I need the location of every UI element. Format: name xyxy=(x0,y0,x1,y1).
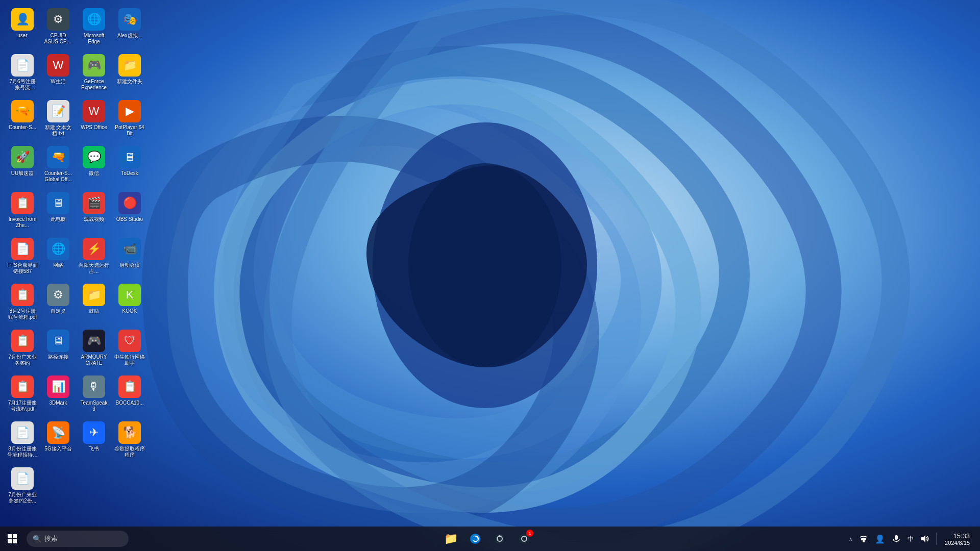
icon-image-doc2: 📝 xyxy=(47,100,69,122)
desktop-icon-doc2[interactable]: 📝新建 文本文档.txt xyxy=(41,97,76,142)
icon-image-pdf17: 📋 xyxy=(11,375,34,398)
icon-image-watchdog: 🐕 xyxy=(118,421,141,444)
tray-people[interactable]: 👤 xyxy=(873,532,887,546)
tray-volume[interactable] xyxy=(918,532,932,546)
icon-image-csgogo: 🔫 xyxy=(47,146,69,168)
desktop-icon-5g[interactable]: 📡5G接入平台 xyxy=(41,418,76,463)
desktop-icon-watchdog[interactable]: 🐕谷歌提取程序程序 xyxy=(112,418,147,463)
icon-label-obs: 观战视频 xyxy=(84,216,104,222)
icon-label-bgm: 启动会议 xyxy=(119,262,140,268)
icon-label-teamspeak: TeamSpeak 3 xyxy=(79,400,109,412)
icon-image-cpuid: ⚙ xyxy=(47,8,69,31)
taskbar-search[interactable]: 🔍 搜索 xyxy=(27,531,129,547)
svg-rect-14 xyxy=(861,538,866,540)
tray-network[interactable] xyxy=(856,532,871,546)
desktop-icon-pdf7[interactable]: 📋7月份广来业务签约 xyxy=(5,327,40,371)
desktop-icon-potplayer[interactable]: ▶PotPlayer 64 Bit xyxy=(112,97,147,142)
desktop-icon-admanage[interactable]: ⚡向阳天选运行占... xyxy=(77,235,111,280)
icon-image-3dmark: 📊 xyxy=(47,375,69,398)
desktop-icon-obs[interactable]: 🎬观战视频 xyxy=(77,189,111,234)
desktop-icon-user[interactable]: 👤user xyxy=(5,5,40,50)
tray-mic[interactable] xyxy=(889,532,903,546)
desktop-icon-settings[interactable]: ⚙自定义 xyxy=(41,281,76,325)
network-icon xyxy=(860,535,868,543)
volume-icon xyxy=(921,535,929,543)
icon-image-geforce: 🎮 xyxy=(83,54,105,77)
icon-label-pdf7: 7月份广来业务签约 xyxy=(7,354,38,366)
desktop-icon-folder2[interactable]: 📁鼓励 xyxy=(77,281,111,325)
tray-chevron[interactable]: ∧ xyxy=(846,527,854,551)
desktop-icon-doc1[interactable]: 📄7月6号注册账号流程.docx... xyxy=(5,51,40,96)
desktop-icon-feishu[interactable]: ✈飞书 xyxy=(77,418,111,463)
desktop-icon-csgogo[interactable]: 🔫Counter-S... Global Off... xyxy=(41,143,76,188)
icon-image-todeskico: 🖥 xyxy=(118,146,141,168)
mic-icon xyxy=(892,535,900,543)
icon-image-obsstudio: 🔴 xyxy=(118,192,141,214)
icon-label-folder2: 鼓励 xyxy=(89,308,99,314)
desktop-icon-netspy[interactable]: 🛡中生铁行网络助手 xyxy=(112,327,147,371)
svg-point-10 xyxy=(499,535,501,537)
taskbar-tray: ∧ 👤 中 15:3 xyxy=(846,527,980,551)
taskbar-pin-fileexplorer[interactable]: 📁 xyxy=(439,528,462,550)
desktop-icon-pdfaug2[interactable]: 📄7月份广来业务签约2份... xyxy=(5,464,40,509)
desktop-icon-pdf17[interactable]: 📋7月17注册账号流程.pdf xyxy=(5,372,40,417)
desktop-icon-wechat[interactable]: 💬微信 xyxy=(77,143,111,188)
desktop-icons-container: 👤user⚙CPUID ASUS CPU-Z🌐Microsoft Edge🎭Al… xyxy=(0,0,148,398)
desktop-icon-wps[interactable]: WW生活 xyxy=(41,51,76,96)
desktop-icon-devtools[interactable]: 🖥路径连接 xyxy=(41,327,76,371)
desktop-icon-aug8[interactable]: 📄8月份注册账号流程招待推广... xyxy=(5,418,40,463)
icon-label-pdfadobe: Invoice from Zhe... xyxy=(7,216,38,229)
start-button[interactable] xyxy=(0,527,24,551)
icon-image-user: 👤 xyxy=(11,8,34,31)
desktop-icon-csgo[interactable]: 🔫Counter-S... xyxy=(5,97,40,142)
icon-label-bocca: BOCCA10... xyxy=(115,400,143,406)
icon-image-pdf7: 📋 xyxy=(11,330,34,352)
desktop-icon-edge[interactable]: 🌐Microsoft Edge xyxy=(77,5,111,50)
svg-rect-5 xyxy=(8,539,12,543)
desktop-icon-folder1[interactable]: 📁新建文件夹 xyxy=(112,51,147,96)
desktop-icon-obsstudio[interactable]: 🔴OBS Studio xyxy=(112,189,147,234)
desktop-icon-alex[interactable]: 🎭Alex虚拟... xyxy=(112,5,147,50)
icon-label-3dmark: 3DMark xyxy=(49,400,67,406)
desktop-icon-bgm[interactable]: 📹启动会议 xyxy=(112,235,147,280)
icon-image-armoury: 🎮 xyxy=(83,330,105,352)
desktop-icon-bocca[interactable]: 📋BOCCA10... xyxy=(112,372,147,417)
desktop-icon-uuacc[interactable]: 🚀UU加速器 xyxy=(5,143,40,188)
desktop-icon-wpsoffice[interactable]: WWPS Office xyxy=(77,97,111,142)
icon-label-csgo: Counter-S... xyxy=(9,124,36,131)
desktop-icon-armoury[interactable]: 🎮ARMOURY CRATE xyxy=(77,327,111,371)
taskbar-pinned-apps: 📁 1 xyxy=(129,528,846,550)
desktop-icon-teamspeak[interactable]: 🎙TeamSpeak 3 xyxy=(77,372,111,417)
search-label: 搜索 xyxy=(44,534,58,543)
icon-image-uuacc: 🚀 xyxy=(11,146,34,168)
taskbar-pin-edge[interactable] xyxy=(464,528,486,550)
icon-image-fps: 📄 xyxy=(11,238,34,260)
icon-label-fps: FPS合服界面链接587 xyxy=(7,262,38,274)
desktop-icon-netconn[interactable]: 🌐网络 xyxy=(41,235,76,280)
desktop-icon-geforce[interactable]: 🎮GeForce Experience xyxy=(77,51,111,96)
icon-label-doc2: 新建 文本文档.txt xyxy=(43,124,74,137)
desktop-icon-networks[interactable]: 🖥此电脑 xyxy=(41,189,76,234)
icon-image-teamspeak: 🎙 xyxy=(83,375,105,398)
icon-image-doc1: 📄 xyxy=(11,54,34,77)
icon-label-armoury: ARMOURY CRATE xyxy=(79,354,109,366)
clock[interactable]: 15:33 2024/8/15 xyxy=(941,532,974,546)
icon-image-feishu: ✈ xyxy=(83,421,105,444)
steam-icon xyxy=(494,533,505,544)
icon-image-csgo: 🔫 xyxy=(11,100,34,122)
icon-label-aug8: 8月份注册账号流程招待推广... xyxy=(7,446,38,458)
desktop-icon-3dmark[interactable]: 📊3DMark xyxy=(41,372,76,417)
desktop-icon-kook[interactable]: KKOOK xyxy=(112,281,147,325)
icon-label-wps: W生活 xyxy=(51,79,65,85)
icon-image-networks: 🖥 xyxy=(47,192,69,214)
desktop-icon-pdfaug[interactable]: 📋8月2号注册账号流程.pdf xyxy=(5,281,40,325)
taskbar-pin-steam[interactable] xyxy=(488,528,511,550)
desktop-icon-cpuid[interactable]: ⚙CPUID ASUS CPU-Z xyxy=(41,5,76,50)
desktop-icon-fps[interactable]: 📄FPS合服界面链接587 xyxy=(5,235,40,280)
taskbar-pin-steam2[interactable]: 1 xyxy=(513,528,535,550)
desktop-icon-pdfadobe[interactable]: 📋Invoice from Zhe... xyxy=(5,189,40,234)
desktop-icon-todeskico[interactable]: 🖥ToDesk xyxy=(112,143,147,188)
icon-label-geforce: GeForce Experience xyxy=(79,79,109,91)
tray-lang[interactable]: 中 xyxy=(905,534,916,544)
svg-rect-15 xyxy=(895,535,898,540)
